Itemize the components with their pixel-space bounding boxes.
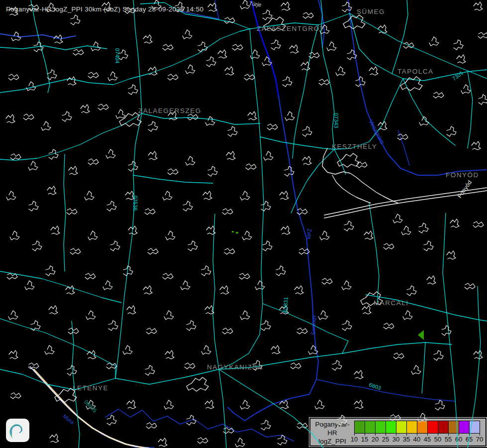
settlement-outline	[69, 166, 78, 175]
road-line	[342, 342, 452, 353]
settlement-outline	[10, 231, 19, 240]
legend-color-cell	[417, 421, 428, 433]
settlement-outline	[188, 114, 198, 120]
settlement-outline	[378, 25, 387, 33]
settlement-outline	[67, 77, 76, 85]
settlement-outline	[127, 306, 136, 314]
road-line	[334, 149, 346, 174]
settlement-outline	[407, 286, 416, 296]
settlement-outline	[344, 221, 354, 231]
settlement-outline	[474, 2, 483, 10]
settlement-outline	[278, 435, 287, 445]
settlement-outline	[106, 363, 117, 369]
settlement-outline	[127, 400, 136, 409]
road-line	[0, 319, 115, 378]
settlement-outline	[267, 124, 278, 130]
settlement-outline	[47, 70, 57, 80]
settlement-outline	[280, 400, 289, 409]
road-line	[64, 154, 66, 271]
settlement-outline	[10, 393, 21, 399]
road-number-label: 6803	[369, 382, 382, 391]
settlement-outline	[246, 164, 256, 170]
river-boundary-line	[398, 130, 409, 165]
legend-text: Poganyvar-HR logZ_PPI dbZ	[310, 420, 354, 448]
settlement-outline	[378, 121, 387, 130]
legend-color-cell	[365, 421, 376, 433]
settlement-outline	[185, 363, 195, 369]
settlement-outline	[357, 162, 367, 168]
settlement-outline	[290, 45, 298, 53]
settlement-outline	[123, 266, 133, 276]
settlement-outline	[7, 273, 17, 279]
road-line	[219, 369, 323, 448]
settlement-outline	[434, 350, 443, 360]
road-number-label: 07404	[114, 48, 120, 64]
settlement-outline	[28, 363, 39, 369]
legend-tick-label: 55	[445, 436, 452, 443]
settlement-outline	[461, 85, 471, 94]
settlement-outline	[188, 241, 197, 251]
legend-tick-label: 10	[351, 436, 358, 443]
spiral-icon	[7, 420, 28, 441]
shoreline-line	[322, 148, 398, 203]
settlement-outline	[8, 311, 18, 320]
legend-tick-label: 60	[455, 436, 462, 443]
settlement-outline	[107, 201, 116, 211]
settlement-outline	[168, 74, 178, 80]
city-label: FONYÓD	[446, 171, 479, 179]
settlement-outline	[205, 400, 214, 409]
road-line	[142, 113, 260, 124]
settlement-outline	[261, 201, 271, 211]
settlement-outline	[47, 186, 56, 195]
settlement-outline	[49, 149, 58, 159]
river-boundary-line	[318, 0, 324, 47]
road-line	[0, 46, 107, 50]
settlement-outline	[297, 423, 307, 429]
settlement-outline	[91, 42, 100, 51]
settlement-outline	[248, 112, 257, 120]
city-label: ZALASZENTGRÓT	[257, 25, 325, 32]
settlement-outline	[148, 151, 157, 160]
settlement-outline	[107, 415, 116, 425]
settlement-outline	[308, 345, 318, 354]
settlement-outline	[362, 306, 371, 314]
map-canvas	[0, 0, 487, 448]
settlement-outline	[309, 52, 319, 58]
legend-color-cell	[449, 421, 459, 433]
settlement-outline	[6, 114, 15, 123]
settlement-outline	[168, 169, 178, 175]
settlement-outline	[86, 311, 96, 320]
road-number-label: 07536	[132, 196, 138, 211]
settlement-outline	[25, 281, 34, 290]
settlement-outline	[457, 55, 466, 63]
settlement-outline	[223, 428, 234, 434]
road-line	[263, 304, 348, 353]
water-label: Mura	[62, 413, 75, 426]
road-line	[75, 390, 80, 448]
settlement-outline	[34, 42, 43, 52]
city-label: NAGYKANIZSA	[207, 363, 263, 371]
road-line	[260, 137, 334, 149]
settlement-outline	[201, 345, 211, 354]
road-line	[31, 0, 50, 93]
city-label: MARCALI	[374, 299, 409, 307]
settlement-outline	[281, 226, 290, 234]
settlement-outline	[148, 67, 157, 75]
settlement-outline	[9, 350, 18, 359]
town-outline	[343, 15, 365, 29]
settlement-outline	[198, 42, 207, 52]
settlement-outline	[297, 209, 307, 215]
settlement-outline	[240, 400, 250, 409]
settlement-outline	[302, 126, 312, 136]
settlement-outline	[128, 161, 138, 171]
settlement-outline	[46, 266, 55, 276]
settlement-outline	[197, 438, 208, 444]
settlement-outline	[165, 350, 174, 359]
settlement-outline	[393, 353, 404, 359]
settlement-outline	[342, 321, 352, 331]
radar-echo	[236, 232, 238, 233]
settlement-outline	[261, 420, 271, 430]
settlement-outline	[447, 126, 456, 136]
settlement-outline	[88, 159, 98, 165]
road-line	[291, 149, 334, 213]
